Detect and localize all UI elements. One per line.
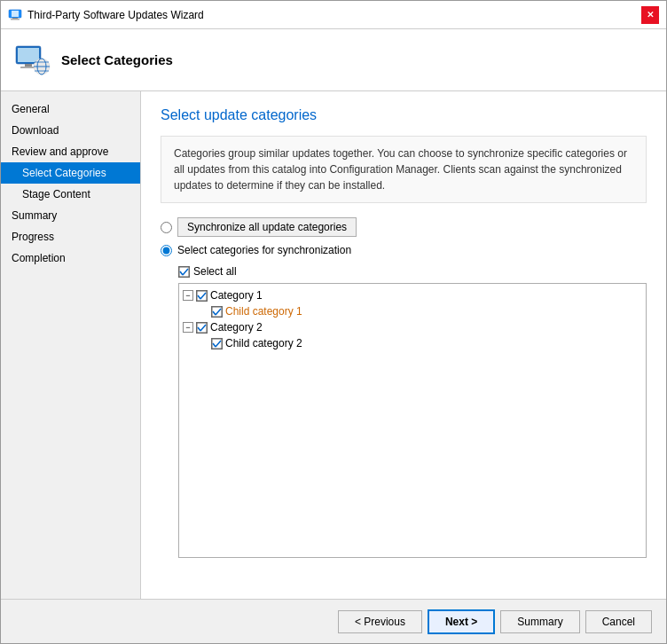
- select-all-label: Select all: [193, 265, 237, 278]
- window-title: Third-Party Software Updates Wizard: [27, 9, 204, 21]
- tree-node-cat1: − Category 1: [183, 287, 642, 303]
- svg-rect-5: [18, 48, 39, 62]
- tree-area: Select all − Category 1: [178, 265, 647, 558]
- checkbox-cat2[interactable]: [196, 322, 208, 334]
- header-icon: [13, 42, 51, 79]
- title-bar-left: Third-Party Software Updates Wizard: [8, 8, 204, 22]
- title-bar: Third-Party Software Updates Wizard ✕: [1, 1, 666, 29]
- summary-button[interactable]: Summary: [500, 610, 579, 633]
- sidebar-item-general[interactable]: General: [1, 98, 140, 120]
- radio-select-row: Select categories for synchronization: [161, 244, 647, 256]
- radio-group: Synchronize all update categories Select…: [161, 217, 647, 256]
- radio-select-label: Select categories for synchronization: [177, 244, 351, 256]
- radio-select-categories[interactable]: [161, 245, 172, 256]
- sidebar-item-stage-content[interactable]: Stage Content: [1, 184, 140, 205]
- main-content: Select update categories Categories grou…: [141, 91, 666, 599]
- checkbox-child-cat1[interactable]: [211, 306, 223, 318]
- label-child-cat1: Child category 1: [225, 305, 302, 318]
- checkbox-cat1[interactable]: [196, 290, 208, 302]
- tree-box: − Category 1: [178, 283, 647, 558]
- radio-sync-all[interactable]: [161, 222, 172, 233]
- header-bar: Select Categories: [1, 29, 666, 91]
- footer: < Previous Next > Summary Cancel: [1, 599, 666, 643]
- page-title: Select update categories: [161, 107, 647, 123]
- select-all-checkbox[interactable]: [178, 266, 190, 278]
- svg-rect-1: [12, 11, 19, 17]
- sidebar-item-review[interactable]: Review and approve: [1, 141, 140, 162]
- sidebar-item-summary[interactable]: Summary: [1, 205, 140, 226]
- tree-node-child-cat2: Child category 2: [211, 335, 642, 351]
- label-child-cat2: Child category 2: [225, 337, 302, 349]
- svg-rect-2: [12, 18, 18, 19]
- sidebar: General Download Review and approve Sele…: [1, 91, 141, 599]
- select-all-row: Select all: [178, 265, 647, 278]
- window-icon: [8, 8, 22, 22]
- next-button[interactable]: Next >: [428, 609, 495, 634]
- checkbox-child-cat2[interactable]: [211, 338, 223, 349]
- wizard-window: Third-Party Software Updates Wizard ✕ Se…: [0, 0, 667, 644]
- close-button[interactable]: ✕: [641, 6, 659, 24]
- tree-node-child-cat1: Child category 1: [211, 303, 642, 319]
- content-area: General Download Review and approve Sele…: [1, 91, 666, 599]
- previous-button[interactable]: < Previous: [338, 610, 422, 633]
- tree-node-cat2: − Category 2: [183, 319, 642, 335]
- radio-sync-all-row: Synchronize all update categories: [161, 217, 647, 237]
- cancel-button[interactable]: Cancel: [585, 610, 652, 633]
- label-cat2: Category 2: [210, 321, 263, 334]
- svg-rect-6: [25, 64, 32, 67]
- expand-cat2[interactable]: −: [183, 322, 193, 333]
- svg-rect-3: [11, 19, 20, 20]
- expand-cat1[interactable]: −: [183, 290, 193, 301]
- sidebar-item-completion[interactable]: Completion: [1, 247, 140, 269]
- description-text: Categories group similar updates togethe…: [161, 136, 647, 203]
- sidebar-item-select-categories[interactable]: Select Categories: [1, 162, 140, 184]
- label-cat1: Category 1: [210, 289, 263, 302]
- header-title: Select Categories: [61, 52, 173, 67]
- sidebar-item-download[interactable]: Download: [1, 120, 140, 141]
- sync-all-button[interactable]: Synchronize all update categories: [177, 217, 357, 237]
- sidebar-item-progress[interactable]: Progress: [1, 226, 140, 247]
